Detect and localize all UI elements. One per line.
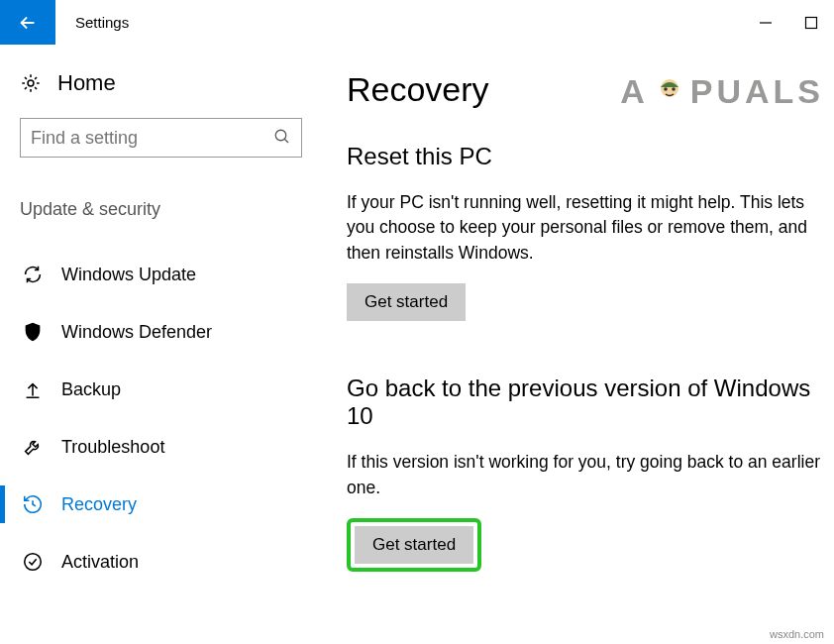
main-panel: A PUALS Recovery Reset this PC If your P… <box>317 45 834 644</box>
history-icon <box>22 493 44 515</box>
reset-get-started-button[interactable]: Get started <box>347 283 466 321</box>
search-icon <box>273 128 291 149</box>
svg-point-2 <box>28 80 34 86</box>
maximize-icon <box>804 16 818 30</box>
sidebar-item-label: Troubleshoot <box>61 437 164 458</box>
svg-point-5 <box>25 554 42 571</box>
category-heading: Update & security <box>20 199 317 220</box>
sync-icon <box>22 264 44 285</box>
sidebar-item-label: Activation <box>61 552 139 573</box>
goback-heading: Go back to the previous version of Windo… <box>347 375 824 430</box>
footer-attribution: wsxdn.com <box>770 628 824 640</box>
sidebar: Home Update & security Windows Update Wi… <box>0 45 317 644</box>
sidebar-item-activation[interactable]: Activation <box>20 533 317 590</box>
titlebar: Settings <box>0 0 834 45</box>
gear-icon <box>20 72 42 94</box>
sidebar-item-label: Windows Defender <box>61 322 212 343</box>
sidebar-item-label: Backup <box>61 379 121 400</box>
svg-point-3 <box>275 130 286 141</box>
goback-description: If this version isn't working for you, t… <box>347 450 822 500</box>
reset-description: If your PC isn't running well, resetting… <box>347 190 822 266</box>
window-title: Settings <box>75 14 129 31</box>
home-button[interactable]: Home <box>20 70 317 96</box>
minimize-icon <box>759 16 773 30</box>
backup-icon <box>22 378 44 400</box>
svg-line-4 <box>284 139 288 143</box>
home-label: Home <box>57 70 116 96</box>
sidebar-item-label: Windows Update <box>61 265 196 285</box>
check-circle-icon <box>22 551 44 573</box>
back-button[interactable] <box>0 0 55 45</box>
sidebar-item-label: Recovery <box>61 494 137 515</box>
reset-heading: Reset this PC <box>347 143 824 170</box>
svg-point-6 <box>661 79 678 97</box>
sidebar-item-troubleshoot[interactable]: Troubleshoot <box>20 418 317 476</box>
svg-point-8 <box>672 87 676 91</box>
search-input[interactable] <box>31 128 273 149</box>
sidebar-item-windows-defender[interactable]: Windows Defender <box>20 303 317 361</box>
sidebar-item-recovery[interactable]: Recovery <box>20 476 317 533</box>
goback-get-started-button[interactable]: Get started <box>355 526 473 564</box>
svg-rect-1 <box>806 17 817 28</box>
svg-point-7 <box>664 87 668 91</box>
search-box[interactable] <box>20 118 302 158</box>
sidebar-item-windows-update[interactable]: Windows Update <box>20 246 317 303</box>
shield-icon <box>22 321 44 343</box>
wrench-icon <box>22 436 44 458</box>
minimize-button[interactable] <box>743 0 788 45</box>
sidebar-item-backup[interactable]: Backup <box>20 361 317 418</box>
watermark-logo: A PUALS <box>620 72 824 111</box>
maximize-button[interactable] <box>788 0 834 45</box>
highlight-box: Get started <box>347 518 481 572</box>
arrow-left-icon <box>17 12 39 34</box>
